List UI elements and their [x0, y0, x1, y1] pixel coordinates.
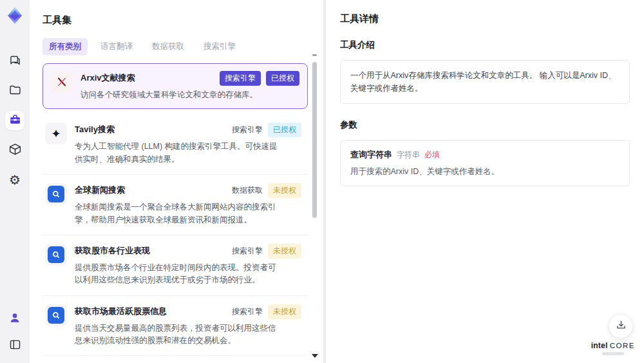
panel-toggle-icon [8, 338, 22, 353]
intro-box: 一个用于从Arxiv存储库搜索科学论文和文章的工具。 输入可以是Arxiv ID… [340, 60, 630, 104]
tool-badges: 搜索引擎 已授权 [220, 71, 299, 86]
tool-detail-panel: 工具详情 工具介绍 一个用于从Arxiv存储库搜索科学论文和文章的工具。 输入可… [326, 0, 644, 363]
folder-icon [8, 83, 22, 99]
tool-description: 提供当天交易量最高的股票列表，投资者可以利用这些信息来识别流动性强的股票和潜在的… [75, 322, 281, 348]
tool-card[interactable]: 获取股市各行业表现 搜索引擎 未授权 提供股票市场各个行业在特定时间段内的表现。… [43, 235, 308, 296]
intro-text: 一个用于从Arxiv存储库搜索科学论文和文章的工具。 输入可以是Arxiv ID… [350, 69, 620, 95]
sidebar: ⚙ [0, 0, 30, 363]
tool-badges: 搜索引擎 已授权 [232, 123, 301, 137]
auth-status-badge: 未授权 [268, 244, 301, 259]
scrollbar-up-arrow-icon[interactable] [312, 54, 317, 56]
auth-status-badge: 已授权 [268, 123, 301, 137]
category-tabs: 所有类别语言翻译数据获取搜索引擎 [43, 38, 310, 55]
chat-icon [8, 54, 22, 69]
tool-description: 专为人工智能代理 (LLM) 构建的搜索引擎工具。可快速提供实时、准确和真实的结… [75, 141, 281, 166]
search-blue-icon [45, 244, 67, 266]
tool-badges: 数据获取 未授权 [232, 183, 301, 198]
tab-所有类别[interactable]: 所有类别 [43, 38, 88, 55]
tool-card[interactable]: 全球新闻搜索 数据获取 未授权 全球新闻搜索是一个聚合全球各大新闻网站内容的搜索… [43, 175, 308, 235]
tab-语言翻译[interactable]: 语言翻译 [94, 38, 139, 55]
tool-title: 获取股市各行业表现 [75, 244, 150, 257]
tool-description: 访问各个研究领域大量科学论文和文章的存储库。 [80, 89, 287, 101]
params-heading: 参数 [340, 119, 630, 131]
sidebar-item-folder[interactable] [5, 81, 24, 101]
tool-card[interactable]: ✦ Tavily搜索 搜索引擎 已授权 专为人工智能代理 (LLM) 构建的搜索… [43, 114, 308, 175]
param-type: 字符串 [397, 150, 420, 161]
sidebar-item-chat[interactable] [5, 52, 24, 71]
intel-badge-subtext [602, 352, 624, 355]
user-icon [8, 311, 21, 326]
category-badge: 搜索引擎 [232, 123, 263, 137]
scrollbar-down-arrow-icon[interactable] [312, 354, 318, 358]
auth-status-badge: 未授权 [268, 304, 301, 319]
tab-数据获取[interactable]: 数据获取 [146, 38, 191, 55]
tool-card[interactable]: 万维地区新闻查询 搜索引擎 未授权 查询具体行政区划内的新闻，快速了解各地新闻动 [43, 356, 308, 363]
sidebar-item-panel-toggle[interactable] [5, 336, 24, 355]
search-blue-icon [45, 183, 67, 205]
gear-icon: ⚙ [9, 173, 21, 186]
search-blue-icon [45, 304, 67, 326]
auth-status-badge: 未授权 [268, 183, 301, 198]
star-icon: ✦ [45, 123, 67, 144]
tab-搜索引擎[interactable]: 搜索引擎 [197, 38, 242, 55]
tool-badges: 搜索引擎 未授权 [232, 304, 301, 319]
app-logo [5, 5, 25, 26]
scrollbar[interactable] [312, 54, 317, 358]
tool-title: 获取市场最活跃股票信息 [75, 304, 167, 317]
sidebar-nav: ⚙ [5, 52, 24, 190]
tool-card[interactable]: Arxiv文献搜索 搜索引擎 已授权 访问各个研究领域大量科学论文和文章的存储库… [43, 63, 308, 109]
param-required-label: 必填 [424, 150, 440, 161]
page-title: 工具集 [43, 14, 310, 26]
scrollbar-thumb[interactable] [312, 62, 317, 218]
tool-badges: 搜索引擎 未授权 [232, 244, 301, 259]
params-list: 查询字符串 字符串 必填 用于搜索的Arxiv ID、关键字或作者姓名。 [340, 140, 630, 186]
intel-core-logo: intel CORE [591, 342, 635, 355]
category-badge: 数据获取 [232, 183, 263, 198]
tool-title: Arxiv文献搜索 [80, 71, 135, 84]
core-wordmark: CORE [610, 342, 635, 349]
tool-description: 提供股票市场各个行业在特定时间段内的表现。投资者可以利用这些信息来识别表现优于或… [75, 262, 281, 287]
tool-title: Tavily搜索 [75, 123, 115, 135]
category-badge: 搜索引擎 [232, 244, 263, 259]
auth-status-badge: 已授权 [266, 71, 299, 86]
intel-wordmark: intel [591, 341, 608, 350]
parameter-card: 查询字符串 字符串 必填 用于搜索的Arxiv ID、关键字或作者姓名。 [340, 140, 630, 186]
sidebar-item-toolbox-active[interactable] [5, 111, 24, 130]
sidebar-bottom [5, 309, 24, 355]
tool-card-list: Arxiv文献搜索 搜索引擎 已授权 访问各个研究领域大量科学论文和文章的存储库… [30, 63, 323, 363]
tool-title: 全球新闻搜索 [75, 183, 125, 196]
param-description: 用于搜索的Arxiv ID、关键字或作者姓名。 [350, 166, 620, 177]
tool-list-panel: 工具集 所有类别语言翻译数据获取搜索引擎 Arxiv文献搜索 搜索引擎 已授权 … [30, 0, 323, 363]
tool-card[interactable]: 获取市场最活跃股票信息 搜索引擎 未授权 提供当天交易量最高的股票列表，投资者可… [43, 296, 308, 357]
category-badge: 搜索引擎 [220, 71, 261, 86]
detail-title: 工具详情 [340, 13, 630, 25]
intro-heading: 工具介绍 [340, 39, 630, 51]
download-button[interactable] [609, 314, 633, 338]
cube-icon [8, 142, 22, 158]
tool-description: 全球新闻搜索是一个聚合全球各大新闻网站内容的搜索引擎，帮助用户快速获取全球最新资… [75, 201, 281, 226]
category-badge: 搜索引擎 [232, 304, 263, 319]
arxiv-icon [51, 71, 73, 93]
sidebar-item-user[interactable] [5, 309, 24, 328]
sidebar-item-cube[interactable] [5, 141, 24, 160]
app-window: ⚙ 工具集 所有类别语言翻译数据获取搜索引擎 Arxiv文献搜索 搜索引擎 已授… [0, 0, 644, 363]
param-name: 查询字符串 [350, 149, 392, 161]
sidebar-item-gear[interactable]: ⚙ [5, 170, 24, 190]
download-icon [615, 319, 627, 333]
toolbox-icon [8, 113, 22, 128]
